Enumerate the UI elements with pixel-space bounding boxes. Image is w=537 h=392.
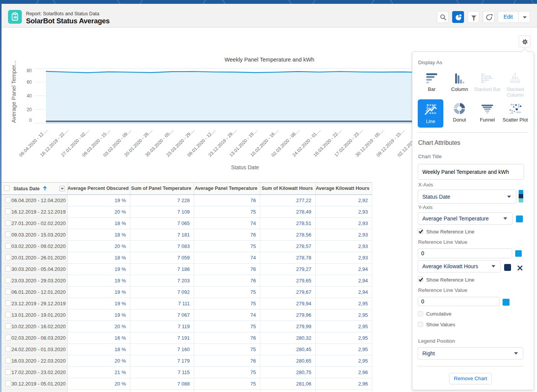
svg-text:Weekly Panel Temperature and k: Weekly Panel Temperature and kWh: [225, 57, 315, 63]
svg-text:40: 40: [27, 93, 32, 99]
svg-text:20: 20: [27, 107, 32, 112]
svg-text:80: 80: [27, 68, 32, 73]
svg-text:Average Panel Temper...: Average Panel Temper...: [10, 60, 17, 123]
svg-text:60: 60: [27, 79, 32, 85]
svg-text:0: 0: [29, 118, 32, 123]
svg-text:Status Date: Status Date: [231, 164, 259, 170]
